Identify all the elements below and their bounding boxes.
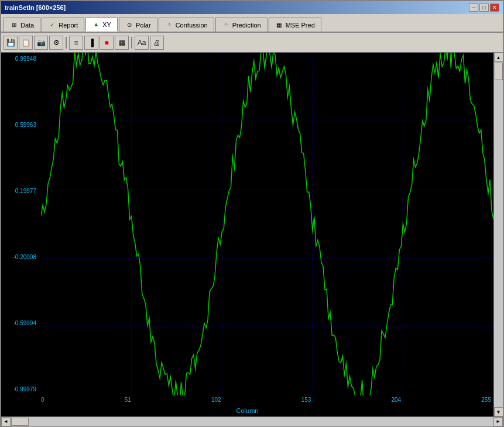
x-label-0: 0 — [41, 397, 44, 406]
tab-polar-label: Polar — [136, 22, 151, 29]
scroll-thumb-v[interactable] — [495, 63, 503, 80]
title-bar: trainSetIn [600×256] ─ □ ✕ — [1, 1, 503, 14]
chart-canvas — [41, 53, 493, 395]
xy-tab-icon: ▲ — [92, 20, 100, 29]
tab-data-label: Data — [20, 22, 34, 29]
snapshot-button[interactable]: 📷 — [34, 36, 48, 50]
chart-area: 0.99948 0.59963 0.19977 -0.20008 -0.5999… — [1, 53, 493, 416]
close-button[interactable]: ✕ — [490, 4, 499, 12]
x-axis: 0 51 102 153 204 255 — [1, 395, 493, 407]
prediction-tab-icon: ⁘ — [222, 21, 230, 29]
separator-1 — [66, 37, 67, 49]
x-label-51: 51 — [125, 397, 131, 406]
settings-button[interactable]: ⚙ — [49, 36, 63, 50]
x-label-204: 204 — [392, 397, 402, 406]
minimize-button[interactable]: ─ — [469, 4, 478, 12]
toolbar: 💾 📋 📷 ⚙ ≡ ▐ ■ ▩ Aa 🖨 — [1, 33, 503, 53]
chart-container: 0.99948 0.59963 0.19977 -0.20008 -0.5999… — [1, 53, 503, 416]
list-view-button[interactable]: ≡ — [69, 36, 83, 50]
y-axis: 0.99948 0.59963 0.19977 -0.20008 -0.5999… — [1, 53, 41, 395]
scroll-track-v[interactable] — [494, 62, 503, 407]
chart-with-axes: 0.99948 0.59963 0.19977 -0.20008 -0.5999… — [1, 53, 493, 416]
report-tab-icon: ✓ — [48, 21, 56, 29]
tab-xy[interactable]: ▲ XY — [85, 18, 118, 32]
bar-view-button[interactable]: ▐ — [84, 36, 98, 50]
confussion-tab-icon: ⁘ — [165, 21, 173, 29]
tab-prediction[interactable]: ⁘ Prediction — [215, 18, 268, 32]
color-button[interactable]: ■ — [100, 36, 114, 50]
maximize-button[interactable]: □ — [479, 4, 489, 12]
title-bar-controls: ─ □ ✕ — [469, 4, 499, 12]
tab-prediction-label: Prediction — [232, 22, 261, 29]
y-label-3: 0.19977 — [2, 188, 39, 194]
data-tab-icon: ⊞ — [10, 21, 18, 29]
scroll-left-button[interactable]: ◄ — [1, 417, 11, 426]
x-label-255: 255 — [481, 397, 491, 406]
tab-xy-label: XY — [102, 21, 111, 28]
polar-tab-icon: ⊙ — [125, 21, 133, 29]
bw-button[interactable]: ▩ — [115, 36, 129, 50]
tab-mse-pred-label: MSE Pred — [286, 22, 315, 29]
label-button[interactable]: Aa — [135, 36, 149, 50]
y-label-2: 0.59963 — [2, 122, 39, 128]
x-label-153: 153 — [301, 397, 311, 406]
y-label-4: -0.20008 — [2, 254, 39, 260]
tab-bar: ⊞ Data ✓ Report ▲ XY ⊙ Polar ⁘ Confussio… — [1, 14, 503, 33]
copy-button[interactable]: 📋 — [19, 36, 33, 50]
y-label-1: 0.99948 — [2, 56, 39, 62]
tab-confussion-label: Confussion — [176, 22, 208, 29]
scroll-down-button[interactable]: ▼ — [494, 407, 503, 416]
save-button[interactable]: 💾 — [4, 36, 18, 50]
scroll-right-button[interactable]: ► — [493, 417, 503, 426]
print-button[interactable]: 🖨 — [150, 36, 164, 50]
scroll-up-button[interactable]: ▲ — [494, 53, 503, 62]
x-label-102: 102 — [211, 397, 221, 406]
tab-polar[interactable]: ⊙ Polar — [119, 18, 157, 32]
scroll-thumb-h[interactable] — [11, 418, 29, 426]
y-label-6: -0.99979 — [2, 386, 39, 392]
main-window: trainSetIn [600×256] ─ □ ✕ ⊞ Data ✓ Repo… — [0, 0, 504, 427]
scrollbar-horizontal[interactable]: ◄ ► — [1, 416, 503, 426]
x-axis-title: Column — [1, 407, 493, 416]
chart-plot: row: 2 — [41, 53, 493, 395]
tab-confussion[interactable]: ⁘ Confussion — [159, 18, 214, 32]
tab-report[interactable]: ✓ Report — [42, 18, 84, 32]
mse-pred-tab-icon: ▦ — [275, 21, 283, 29]
scrollbar-vertical[interactable]: ▲ ▼ — [493, 53, 503, 416]
tab-report-label: Report — [59, 22, 78, 29]
tab-mse-pred[interactable]: ▦ MSE Pred — [269, 18, 321, 32]
scroll-track-h[interactable] — [11, 417, 493, 426]
tab-data[interactable]: ⊞ Data — [4, 18, 40, 32]
chart-row: 0.99948 0.59963 0.19977 -0.20008 -0.5999… — [1, 53, 493, 395]
window-title: trainSetIn [600×256] — [5, 4, 66, 11]
y-label-5: -0.59994 — [2, 320, 39, 326]
separator-2 — [131, 37, 132, 49]
